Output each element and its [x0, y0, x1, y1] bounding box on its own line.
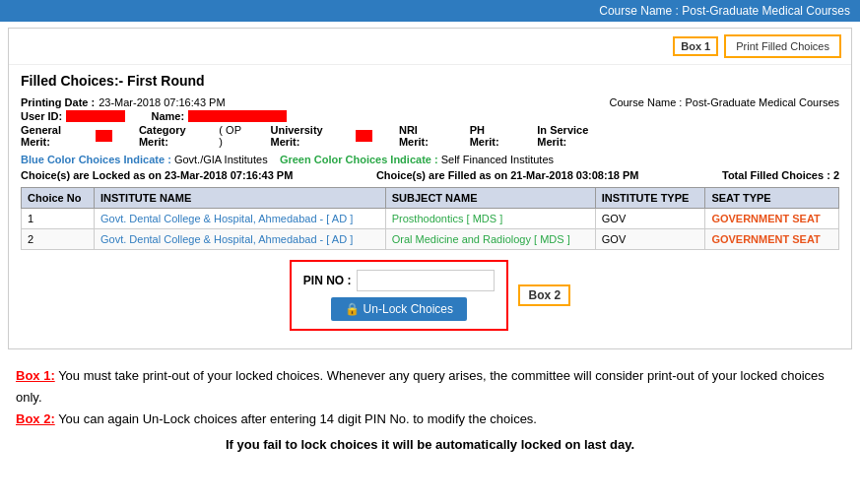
box1-explanation-text: You must take print-out of your locked c… — [16, 368, 825, 405]
general-merit-redacted — [96, 130, 112, 142]
pin-area: PIN NO : 🔒 Un-Lock Choices Box 2 — [21, 260, 839, 331]
cell-subject-name: Prosthodontics [ MDS ] — [385, 209, 595, 229]
course-name-header: Course Name : Post-Graduate Medical Cour… — [599, 4, 850, 18]
blue-legend-value: Govt./GIA Institutes — [174, 154, 268, 165]
box1-label: Box 1 — [673, 36, 718, 56]
user-id-label: User ID: — [21, 110, 62, 122]
green-legend-label: Green Color Choices Indicate : — [280, 154, 438, 165]
cell-subject-name: Oral Medicine and Radiology [ MDS ] — [385, 229, 595, 250]
cell-institute-type: GOV — [595, 229, 705, 250]
warning-text: If you fail to lock choices it will be a… — [16, 430, 844, 466]
cell-choice-no: 2 — [22, 229, 95, 250]
name-redacted — [188, 110, 287, 122]
category-merit-label: Category Merit: — [139, 124, 207, 148]
col-subject-name: SUBJECT NAME — [385, 188, 595, 209]
pin-input[interactable] — [357, 270, 495, 291]
info-left: Printing Date : 23-Mar-2018 07:16:43 PM … — [21, 96, 609, 152]
choices-filled-text: Choice(s) are Filled as on 21-Mar-2018 0… — [376, 169, 639, 181]
explanation-section: Box 1: You must take print-out of your l… — [0, 355, 860, 475]
cell-seat-type: GOVERNMENT SEAT — [705, 209, 839, 229]
green-legend-value: Self Financed Institutes — [441, 154, 554, 165]
user-id-name-row: User ID: Name: — [21, 110, 609, 122]
box2-explanation: Box 2: You can again Un-Lock choices aft… — [16, 409, 844, 430]
printing-date-value: 23-Mar-2018 07:16:43 PM — [99, 96, 225, 108]
choices-table: Choice No INSTITUTE NAME SUBJECT NAME IN… — [21, 187, 839, 250]
table-row: 1Govt. Dental College & Hospital, Ahmeda… — [22, 209, 839, 229]
choices-locked-text: Choice(s) are Locked as on 23-Mar-2018 0… — [21, 169, 293, 181]
cell-seat-type: GOVERNMENT SEAT — [705, 229, 839, 250]
page-title: Filled Choices:- First Round — [21, 73, 839, 89]
university-merit-label: University Merit: — [271, 124, 344, 148]
box1-explanation: Box 1: You must take print-out of your l… — [16, 365, 844, 409]
box1-ref: Box 1: — [16, 368, 55, 383]
col-institute-name: INSTITUTE NAME — [95, 188, 386, 209]
user-id-redacted — [66, 110, 125, 122]
main-content-area: Box 1 Print Filled Choices Filled Choice… — [8, 28, 852, 349]
legend-row: Blue Color Choices Indicate : Govt./GIA … — [21, 154, 839, 165]
cell-institute-name: Govt. Dental College & Hospital, Ahmedab… — [95, 209, 386, 229]
cell-choice-no: 1 — [22, 209, 95, 229]
blue-legend-label: Blue Color Choices Indicate : — [21, 154, 171, 165]
info-section-top: Printing Date : 23-Mar-2018 07:16:43 PM … — [21, 96, 839, 152]
inner-content: Filled Choices:- First Round Printing Da… — [9, 65, 851, 348]
in-service-merit-label: In Service Merit: — [537, 124, 609, 148]
name-label: Name: — [152, 110, 185, 122]
total-filled-text: Total Filled Choices : 2 — [722, 169, 839, 181]
nri-merit-label: NRI Merit: — [399, 124, 443, 148]
locked-info-row: Choice(s) are Locked as on 23-Mar-2018 0… — [21, 169, 839, 181]
general-merit-label: General Merit: — [21, 124, 84, 148]
category-merit-value: ( OP ) — [219, 124, 243, 148]
print-bar: Box 1 Print Filled Choices — [9, 29, 851, 65]
box2-explanation-text: You can again Un-Lock choices after ente… — [58, 411, 537, 426]
pin-input-row: PIN NO : — [303, 270, 496, 291]
printing-date-row: Printing Date : 23-Mar-2018 07:16:43 PM — [21, 96, 609, 108]
unlock-choices-button[interactable]: 🔒 Un-Lock Choices — [331, 297, 467, 321]
printing-date-label: Printing Date : — [21, 96, 95, 108]
table-row: 2Govt. Dental College & Hospital, Ahmeda… — [22, 229, 839, 250]
pin-box: PIN NO : 🔒 Un-Lock Choices — [290, 260, 509, 331]
merit-row: General Merit: Category Merit: ( OP ) Un… — [21, 124, 609, 148]
ph-merit-label: PH Merit: — [470, 124, 511, 148]
university-merit-redacted — [356, 130, 372, 142]
pin-label: PIN NO : — [303, 274, 352, 287]
course-name-label: Course Name : — [609, 96, 682, 108]
cell-institute-type: GOV — [595, 209, 705, 229]
cell-institute-name: Govt. Dental College & Hospital, Ahmedab… — [95, 229, 386, 250]
course-name-value: Post-Graduate Medical Courses — [685, 96, 839, 108]
top-header: Course Name : Post-Graduate Medical Cour… — [0, 0, 860, 22]
col-institute-type: INSTITUTE TYPE — [595, 188, 705, 209]
box2-label: Box 2 — [518, 284, 570, 306]
box2-ref: Box 2: — [16, 411, 55, 426]
print-filled-choices-button[interactable]: Print Filled Choices — [724, 34, 841, 58]
info-right: Course Name : Post-Graduate Medical Cour… — [609, 96, 839, 108]
col-seat-type: SEAT TYPE — [705, 188, 839, 209]
col-choice-no: Choice No — [22, 188, 95, 209]
